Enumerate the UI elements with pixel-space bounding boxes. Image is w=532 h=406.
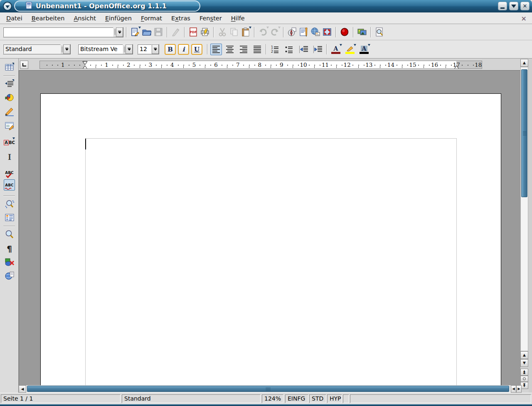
print-button[interactable] [199,26,211,38]
vertical-scroll-track[interactable] [520,67,528,351]
gallery-button[interactable] [356,26,368,38]
font-size-value[interactable]: 12 [138,44,152,54]
toolbar-separator [283,27,284,37]
vertical-scroll-thumb[interactable] [521,69,527,197]
align-right-button[interactable] [238,44,249,55]
tab-type-selector-button[interactable] [20,61,28,69]
menu-ansicht[interactable]: Ansicht [69,14,101,23]
online-layout-button[interactable] [4,270,15,281]
url-dropdown-button[interactable] [116,27,123,37]
toolbar-separator [184,27,185,37]
indent-marker-left[interactable] [82,61,88,69]
previous-page-button[interactable]: ▲▲ [520,369,528,376]
insert-table-button[interactable] [4,61,15,73]
draw-functions-button[interactable] [4,105,15,117]
menu-datei[interactable]: Datei [2,14,27,23]
menu-format[interactable]: Format [136,14,167,23]
zoom-button[interactable] [321,26,333,38]
nonprinting-characters-button[interactable]: ¶ [4,243,15,254]
menu-hilfe[interactable]: Hilfe [227,14,249,23]
graphics-on-off-button[interactable] [4,256,15,267]
status-hyperlink-mode[interactable]: HYP [327,394,342,403]
style-dropdown-button[interactable] [63,44,70,54]
scroll-down-button[interactable]: ▼ [520,359,528,367]
spellcheck-button[interactable]: ABC [4,167,15,178]
close-document-icon[interactable]: × [521,15,527,22]
edit-file-button[interactable] [170,26,182,38]
stylist-button[interactable] [298,26,310,38]
status-page-style[interactable]: Standard [122,394,261,403]
menu-bearbeiten[interactable]: Bearbeiten [27,14,69,23]
autotext-button[interactable]: ABC [4,137,15,148]
cut-button[interactable] [217,26,228,38]
auto-spellcheck-button[interactable]: ABC [4,179,15,191]
maximize-button[interactable] [509,2,518,10]
main-toolbar: ABC I ABC ABC [0,59,19,393]
open-button[interactable] [141,26,153,38]
window-controls: ✕ [498,2,530,10]
record-button[interactable] [339,26,350,38]
decrease-indent-button[interactable] [298,44,310,55]
scroll-up-button-bottom[interactable]: ▲ [520,351,528,359]
redo-button[interactable] [269,26,281,38]
save-button[interactable] [153,26,164,38]
justify-button[interactable] [251,44,263,55]
page-preview-button[interactable] [374,26,385,38]
new-document-button[interactable] [129,26,141,38]
toolbar-separator [3,226,15,227]
scroll-right-button[interactable]: ▶ [516,385,522,393]
document-page[interactable] [40,93,501,385]
close-button[interactable]: ✕ [520,2,530,10]
paste-button[interactable] [240,26,251,38]
window-menu-button[interactable] [3,2,12,11]
horizontal-scroll-thumb[interactable] [27,386,509,392]
url-input[interactable] [3,27,113,37]
find-replace-button[interactable] [4,198,15,210]
copy-button[interactable] [228,26,240,38]
export-pdf-button[interactable]: PDF [187,26,199,38]
indent-marker-right[interactable] [454,61,459,69]
italic-button[interactable]: i [178,44,189,55]
zoom-page-button[interactable] [4,229,15,240]
font-dropdown-button[interactable] [126,44,133,54]
status-selection-mode[interactable]: STD [309,394,326,403]
menu-extras[interactable]: Extras [167,14,195,23]
paragraph-style-value[interactable]: Standard [3,44,61,54]
data-sources-button[interactable] [4,212,15,223]
scroll-up-button[interactable]: ▲ [520,59,528,67]
hyperlink-dialog-button[interactable] [310,26,321,38]
insert-fields-button[interactable] [4,78,15,89]
font-name-value[interactable]: Bitstream Ve [78,44,123,54]
vertical-scrollbar[interactable]: ▲ ▲ ▼ ▲▲ ▼▼ [520,59,528,393]
increase-indent-button[interactable] [312,44,324,55]
horizontal-scrollbar[interactable]: ◀ ◀ ▶ [19,385,520,393]
bold-button[interactable]: B [165,44,176,55]
ruler[interactable]: 1234567891011121314151617181 [39,61,482,69]
direct-cursor-button[interactable]: I [4,151,15,162]
underline-button[interactable]: U [191,44,202,55]
status-page-number[interactable]: Seite 1 / 1 [1,394,121,403]
status-zoom[interactable]: 124% [262,394,283,403]
scroll-left-button-right[interactable]: ◀ [511,385,516,393]
navigator-button[interactable] [286,26,298,38]
status-modified-cell [343,394,349,403]
align-center-button[interactable] [224,44,236,55]
menu-einfuegen[interactable]: Einfügen [101,14,136,23]
window-title: Unbenannt1 - OpenOffice.org 1.1.1 [36,2,167,10]
align-center-icon [226,46,234,53]
menu-fenster[interactable]: Fenster [195,14,227,23]
highlighting-button[interactable] [344,44,356,55]
bullet-list-button[interactable] [283,44,295,55]
align-left-button[interactable] [210,44,222,55]
scroll-left-button[interactable]: ◀ [19,385,26,393]
char-background-button[interactable]: A [358,44,370,55]
form-functions-button[interactable] [4,120,15,131]
numbered-list-button[interactable]: 12 [269,44,281,55]
size-dropdown-button[interactable] [152,44,159,54]
minimize-button[interactable] [498,2,507,10]
status-insert-mode[interactable]: EINFG [285,394,308,403]
navigation-button[interactable] [520,376,528,382]
insert-object-button[interactable] [4,92,15,103]
undo-button[interactable] [257,26,269,38]
font-color-button[interactable]: A [330,44,342,55]
